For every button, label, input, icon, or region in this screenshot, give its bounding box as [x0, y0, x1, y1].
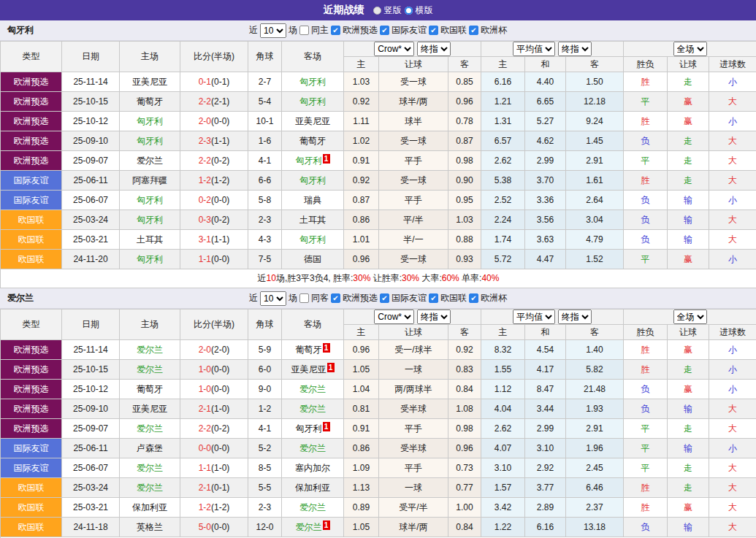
avg-draw-odds-cell: 3.70 — [525, 171, 566, 191]
avg-home-odds-cell: 2.24 — [481, 210, 525, 230]
competition-type-badge: 欧洲预选 — [1, 151, 62, 171]
final-odds-select[interactable]: 终指 — [417, 42, 451, 56]
half-time-score: (0-2) — [211, 155, 229, 166]
full-match-select[interactable]: 全场 — [673, 310, 707, 324]
match-result-cell: 负 — [624, 230, 668, 250]
avg-away-odds-cell: 6.46 — [566, 478, 624, 498]
league-label[interactable]: 欧国联 — [440, 24, 467, 36]
league-label[interactable]: 欧洲预选 — [343, 292, 378, 304]
half-time-score: (0-2) — [211, 215, 229, 225]
goals-result-cell: 大 — [709, 498, 756, 518]
corner-cell: 7-5 — [248, 250, 282, 269]
crow-home-odds-cell: 0.96 — [344, 340, 379, 360]
table-row: 欧国联25-03-21土耳其3-1(1-1)4-3匈牙利1.01半/一0.881… — [1, 230, 756, 250]
avg-final-odds-select[interactable]: 终指 — [558, 42, 592, 56]
full-time-score: 1-1 — [199, 254, 211, 264]
league-checkbox[interactable]: ✔ — [380, 26, 389, 35]
crow-handicap-cell: 球半/两 — [379, 518, 448, 537]
league-checkbox[interactable]: ✔ — [469, 293, 478, 303]
handicap-result-cell: 走 — [668, 171, 709, 191]
match-count-select[interactable]: 10 — [260, 291, 286, 306]
odds-source-select[interactable]: Crow* — [374, 42, 414, 56]
home-team-name: 匈牙利 — [137, 136, 163, 146]
horizontal-radio-icon[interactable] — [405, 7, 413, 15]
odds-source-select[interactable]: Crow* — [374, 310, 414, 324]
score-cell: 2-2(0-2) — [180, 151, 248, 171]
away-team-name: 爱尔兰 — [296, 522, 322, 532]
full-time-score: 1-2 — [199, 502, 211, 512]
avg-away-odds-cell: 3.04 — [566, 210, 624, 230]
competition-type-badge: 欧洲预选 — [1, 112, 62, 131]
avg-away-odds-cell: 1.93 — [566, 399, 624, 419]
score-cell: 0-3(0-2) — [180, 210, 248, 230]
horizontal-radio-label[interactable]: 横版 — [416, 4, 433, 17]
home-team-cell: 匈牙利 — [120, 131, 180, 151]
away-team-name: 土耳其 — [299, 215, 326, 225]
league-checkbox[interactable]: ✔ — [331, 293, 340, 303]
home-team-cell: 匈牙利 — [120, 210, 180, 230]
avg-draw-odds-cell: 2.99 — [525, 419, 566, 439]
match-count-select[interactable]: 10 — [260, 23, 286, 38]
league-checkbox[interactable]: ✔ — [380, 293, 389, 303]
column-header: 主场 — [120, 310, 180, 340]
avg-draw-odds-cell: 6.65 — [525, 92, 566, 112]
league-label[interactable]: 欧国联 — [440, 292, 467, 304]
corner-cell: 2-3 — [248, 498, 282, 518]
same-venue-label[interactable]: 同主 — [311, 24, 329, 36]
avg-draw-odds-cell: 3.10 — [525, 439, 566, 458]
crow-home-odds-cell: 0.91 — [344, 151, 379, 171]
goals-result-cell: 小 — [709, 112, 756, 131]
league-checkbox[interactable]: ✔ — [429, 26, 438, 35]
goals-result-cell: 大 — [709, 458, 756, 478]
date-cell: 25-06-11 — [62, 171, 120, 191]
avg-away-odds-cell: 9.24 — [566, 112, 624, 131]
handicap-result-cell: 赢 — [668, 250, 709, 269]
same-venue-label[interactable]: 同客 — [311, 292, 329, 304]
half-time-score: (0-0) — [211, 522, 229, 532]
league-label[interactable]: 欧洲杯 — [481, 292, 507, 304]
average-odds-select[interactable]: 平均值 — [513, 310, 555, 324]
vertical-radio-label[interactable]: 竖版 — [384, 4, 402, 17]
half-time-score: (0-0) — [211, 443, 229, 453]
half-time-score: (1-0) — [211, 404, 229, 414]
avg-draw-odds-cell: 3.36 — [525, 191, 566, 210]
final-odds-select[interactable]: 终指 — [417, 310, 451, 324]
league-label[interactable]: 欧洲杯 — [481, 24, 507, 36]
summary-label: 场,胜3平3负4, 胜率: — [276, 273, 353, 283]
goals-result-cell: 小 — [709, 191, 756, 210]
full-match-select[interactable]: 全场 — [673, 42, 707, 56]
league-checkbox[interactable]: ✔ — [429, 293, 438, 303]
league-checkbox[interactable]: ✔ — [331, 26, 340, 35]
same-venue-checkbox[interactable] — [299, 293, 309, 303]
crow-away-odds-cell: 0.83 — [448, 360, 481, 380]
rank-badge: 1 — [323, 154, 330, 164]
crow-away-odds-cell: 0.95 — [448, 191, 481, 210]
corner-cell: 4-1 — [248, 419, 282, 439]
same-venue-checkbox[interactable] — [299, 26, 309, 35]
handicap-result-cell: 走 — [668, 131, 709, 151]
match-result-cell: 平 — [624, 419, 668, 439]
home-team-cell: 匈牙利 — [120, 250, 180, 269]
away-team-name: 爱尔兰 — [299, 404, 326, 414]
league-label[interactable]: 国际友谊 — [392, 292, 427, 304]
avg-draw-odds-cell: 4.54 — [525, 340, 566, 360]
full-time-score: 1-1 — [199, 463, 211, 473]
crow-handicap-cell: 平/半 — [379, 210, 448, 230]
avg-final-odds-select[interactable]: 终指 — [558, 310, 592, 324]
table-row: 欧国联25-03-24匈牙利0-3(0-2)2-3土耳其0.86平/半1.032… — [1, 210, 756, 230]
date-cell: 25-09-10 — [62, 399, 120, 419]
league-label[interactable]: 欧洲预选 — [343, 24, 378, 36]
league-label[interactable]: 国际友谊 — [392, 24, 427, 36]
vertical-radio-icon[interactable] — [373, 7, 381, 15]
crow-away-odds-cell: 0.88 — [448, 230, 481, 250]
corner-cell: 4-1 — [248, 151, 282, 171]
score-cell: 5-0(0-0) — [180, 518, 248, 537]
avg-draw-odds-cell: 4.47 — [525, 250, 566, 269]
away-team-cell: 保加利亚 — [282, 478, 344, 498]
away-team-cell: 爱尔兰 — [282, 439, 344, 458]
crow-home-odds-cell: 0.96 — [344, 250, 379, 269]
league-checkbox[interactable]: ✔ — [469, 26, 478, 35]
average-odds-select[interactable]: 平均值 — [513, 42, 555, 56]
rank-badge: 1 — [327, 363, 335, 372]
corner-cell: 10-1 — [248, 112, 282, 131]
